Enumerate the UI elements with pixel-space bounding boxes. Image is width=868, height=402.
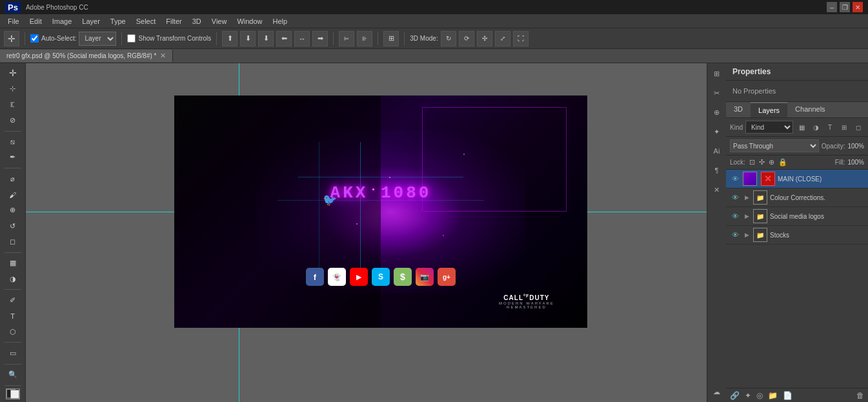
menu-layer[interactable]: Layer — [77, 16, 105, 26]
align-top-button[interactable]: ⬆ — [222, 31, 237, 46]
marquee-tool[interactable]: ⊹ — [3, 81, 23, 95]
filter-smart-icon[interactable]: ◻ — [853, 121, 864, 133]
new-layer-button[interactable]: 📄 — [783, 391, 792, 400]
layer-social-media[interactable]: 👁 ▶ 📁 Social media logos — [726, 207, 868, 226]
document-tab[interactable]: retr0 gfx.psd @ 50% (Social media logos,… — [0, 50, 173, 62]
brush-tool[interactable]: 🖌 — [3, 187, 23, 201]
panel-icon-2[interactable]: ✂ — [709, 85, 725, 101]
align-vcenter-button[interactable]: ⬇ — [240, 31, 256, 46]
youtube-icon[interactable]: ▶ — [350, 268, 368, 286]
layer-vis-main[interactable]: 👁 — [730, 174, 740, 184]
panel-icon-3[interactable]: ⊕ — [709, 105, 725, 120]
crop-tool[interactable]: ⧅ — [3, 134, 23, 148]
layer-expand-colour[interactable]: ▶ — [743, 194, 751, 201]
panel-icon-1[interactable]: ⊞ — [709, 66, 725, 81]
filter-pixel-icon[interactable]: ▦ — [796, 121, 807, 133]
tab-close-button[interactable]: ✕ — [160, 52, 166, 60]
filter-type-icon[interactable]: T — [824, 121, 836, 133]
dodge-tool[interactable]: ◑ — [3, 272, 23, 286]
shape-tool[interactable]: ▭ — [3, 346, 23, 360]
layer-expand-social[interactable]: ▶ — [743, 212, 751, 220]
tab-layers[interactable]: Layers — [751, 102, 787, 117]
panel-icon-7[interactable]: ✕ — [709, 182, 725, 197]
dist-v-button[interactable]: ⊨ — [339, 31, 354, 46]
layer-stocks[interactable]: 👁 ▶ 📁 Stocks — [726, 226, 868, 245]
add-style-button[interactable]: ✦ — [745, 391, 751, 400]
history-tool[interactable]: ↺ — [3, 219, 23, 233]
zoom-tool[interactable]: 🔍 — [3, 367, 23, 381]
menu-view[interactable]: View — [207, 16, 232, 26]
3d-scale-button[interactable]: ⛶ — [513, 31, 529, 46]
align-right-button[interactable]: ➡ — [312, 31, 328, 46]
menu-3d[interactable]: 3D — [187, 16, 207, 26]
menu-help[interactable]: Help — [268, 16, 293, 26]
layer-colour-corrections[interactable]: 👁 ▶ 📁 Colour Corrections. — [726, 188, 868, 207]
dollar-icon[interactable]: $ — [394, 268, 412, 286]
delete-layer-button[interactable]: 🗑 — [856, 391, 864, 400]
wand-tool[interactable]: ⊘ — [3, 113, 23, 127]
move-tool[interactable]: ✛ — [3, 66, 23, 80]
filter-adj-icon[interactable]: ◑ — [810, 121, 822, 133]
lock-artboard-icon[interactable]: ⊕ — [769, 158, 774, 166]
kind-dropdown[interactable]: Kind — [745, 121, 793, 134]
clone-tool[interactable]: ⊕ — [3, 203, 23, 217]
path-tool[interactable]: ⬡ — [3, 325, 23, 339]
healing-tool[interactable]: ⌀ — [3, 172, 23, 186]
menu-select[interactable]: Select — [131, 16, 161, 26]
move-tool-icon[interactable]: ✛ — [4, 31, 19, 46]
menu-edit[interactable]: Edit — [25, 16, 47, 26]
align-hcenter-button[interactable]: ↔ — [294, 31, 310, 46]
close-button[interactable]: ✕ — [853, 2, 863, 12]
window-controls[interactable]: – ❐ ✕ — [827, 2, 863, 12]
align-bottom-button[interactable]: ⬇ — [258, 31, 274, 46]
panel-icon-4[interactable]: ✦ — [709, 124, 725, 139]
snapchat-icon[interactable]: 👻 — [328, 268, 346, 286]
maximize-button[interactable]: ❐ — [840, 2, 850, 12]
gradient-tool[interactable]: ▦ — [3, 256, 23, 270]
3d-slide-button[interactable]: ⤢ — [495, 31, 510, 46]
autoselect-dropdown[interactable]: Layer Group — [79, 32, 116, 46]
canvas-document[interactable]: 🐦 AKX 1080 f 👻 ▶ S $ 📷 g+ — [174, 95, 587, 328]
3d-roll-button[interactable]: ⟳ — [459, 31, 474, 46]
dist-h-button[interactable]: ⊪ — [357, 31, 372, 46]
layer-expand-stocks[interactable]: ▶ — [743, 231, 751, 239]
menu-file[interactable]: File — [3, 16, 25, 26]
3d-pan-button[interactable]: ✣ — [477, 31, 492, 46]
pen-tool[interactable]: ✐ — [3, 293, 23, 307]
menu-window[interactable]: Window — [232, 16, 267, 26]
tab-channels[interactable]: Channels — [787, 102, 833, 117]
tab-3d[interactable]: 3D — [726, 102, 751, 117]
menu-filter[interactable]: Filter — [161, 16, 187, 26]
layer-vis-colour[interactable]: 👁 — [730, 192, 740, 203]
new-group-button[interactable]: 📁 — [768, 391, 778, 400]
minimize-button[interactable]: – — [827, 2, 837, 12]
panel-icon-8[interactable]: ☁ — [709, 384, 725, 399]
menu-type[interactable]: Type — [105, 16, 131, 26]
facebook-icon[interactable]: f — [306, 268, 324, 286]
eyedropper-tool[interactable]: ✒ — [3, 150, 23, 165]
transform-checkbox[interactable] — [127, 34, 136, 43]
layer-vis-stocks[interactable]: 👁 — [730, 230, 740, 240]
filter-shape-icon[interactable]: ⊞ — [838, 121, 850, 133]
add-mask-button[interactable]: ◎ — [756, 391, 763, 400]
panel-icon-6[interactable]: ¶ — [709, 163, 725, 178]
canvas-area[interactable]: 🐦 AKX 1080 f 👻 ▶ S $ 📷 g+ — [26, 63, 707, 402]
instagram-icon[interactable]: 📷 — [416, 268, 434, 286]
panel-icon-5[interactable]: Ai — [709, 143, 725, 159]
eraser-tool[interactable]: ◻ — [3, 235, 23, 249]
lock-all-icon[interactable]: 🔒 — [778, 158, 787, 166]
blend-mode-select[interactable]: Pass Through Normal Multiply Screen — [730, 139, 819, 152]
lasso-tool[interactable]: ꗫ — [3, 97, 23, 112]
lock-checkbox-icon[interactable]: ⊡ — [749, 158, 755, 166]
3d-rotate-button[interactable]: ↻ — [441, 31, 456, 46]
link-layers-button[interactable]: 🔗 — [730, 391, 740, 400]
align-left-button[interactable]: ⬅ — [276, 31, 292, 46]
foreground-color[interactable] — [6, 388, 20, 399]
grid-button[interactable]: ⊞ — [383, 31, 399, 46]
layer-vis-social[interactable]: 👁 — [730, 211, 740, 221]
autoselect-checkbox[interactable] — [30, 34, 39, 43]
lock-move-icon[interactable]: ✣ — [759, 158, 765, 166]
text-tool[interactable]: T — [3, 309, 23, 323]
layer-main-close[interactable]: 👁 ✕ MAIN (CLOSE) — [726, 170, 868, 188]
skype-icon[interactable]: S — [372, 268, 390, 286]
